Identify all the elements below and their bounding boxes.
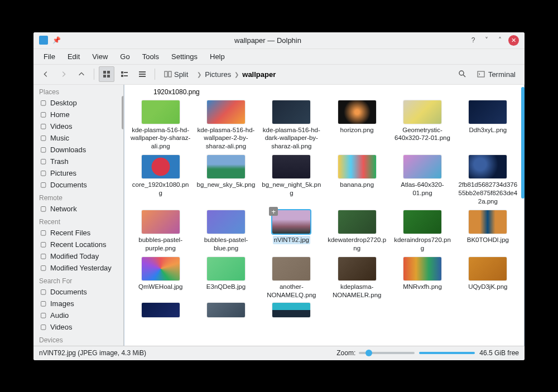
maximize-button[interactable]: ˄ [495, 35, 505, 45]
sidebar-section-header[interactable]: Places [33, 85, 123, 97]
sidebar-section-header[interactable]: Remote [33, 191, 123, 203]
sidebar-item[interactable]: ▢Desktop [33, 97, 123, 109]
zoom-slider[interactable] [359, 352, 415, 354]
chevron-right-icon: ❯ [197, 71, 201, 78]
breadcrumb-pictures[interactable]: Pictures [205, 70, 231, 79]
sidebar-item[interactable]: ▢Network [33, 203, 123, 215]
terminal-button[interactable]: Terminal [473, 68, 520, 81]
file-item[interactable]: kde-plasma-516-hd-wallpaper-2-by-sharaz-… [194, 99, 257, 152]
file-item[interactable]: kdeplasma-NONAMELR.png [325, 256, 388, 301]
sidebar-item[interactable]: ▢Modified Yesterday [33, 262, 123, 274]
file-thumbnail [207, 100, 245, 124]
sidebar-section-header[interactable]: Recent [33, 215, 123, 227]
file-item[interactable]: QmWEHoal.jpg [129, 256, 192, 301]
sidebar-item[interactable]: ▢Pictures [33, 167, 123, 179]
file-item[interactable]: bg_new_sky_5k.png [194, 154, 257, 207]
file-thumbnail[interactable] [207, 303, 245, 317]
menu-help[interactable]: Help [204, 50, 230, 63]
file-item[interactable]: horizon.png [325, 99, 388, 152]
file-item[interactable]: MNRvxfh.png [391, 256, 454, 301]
sidebar-item[interactable]: ▢931.5 GiB Hard Drive [33, 345, 123, 346]
details-view-button[interactable] [134, 66, 150, 82]
menu-go[interactable]: Go [114, 50, 135, 63]
help-button[interactable]: ? [468, 35, 478, 45]
file-grid[interactable]: 1920x1080.png kde-plasma-516-hd-wallpape… [124, 85, 524, 346]
close-button[interactable]: ✕ [508, 35, 519, 46]
sidebar-item[interactable]: ▢Audio [33, 309, 123, 321]
file-item[interactable]: bg_new_night_5k.png [260, 154, 323, 207]
selection-plus-icon[interactable]: + [269, 207, 278, 216]
file-item[interactable]: Ddh3xyL.png [456, 99, 519, 152]
file-name-label: QmWEHoal.jpg [138, 283, 182, 291]
sidebar-item[interactable]: ▢Recent Locations [33, 239, 123, 250]
file-item[interactable]: Geometrystic-640x320-72-01.png [391, 99, 454, 152]
svg-rect-5 [124, 72, 128, 73]
sidebar-item[interactable]: ▢Home [33, 109, 123, 120]
menu-edit[interactable]: Edit [62, 50, 85, 63]
up-button[interactable] [74, 66, 89, 82]
file-thumbnail [142, 100, 180, 124]
svg-line-14 [463, 75, 465, 77]
breadcrumb[interactable]: ❯ Pictures ❯ wallpaper [195, 70, 453, 79]
icons-view-button[interactable] [99, 66, 114, 82]
pin-icon[interactable]: 📌 [52, 36, 61, 44]
sidebar-item[interactable]: ▢Music [33, 132, 123, 144]
scrollbar[interactable] [521, 87, 525, 199]
split-label: Split [174, 70, 188, 79]
file-name-label: kdeplasma-NONAMELR.png [327, 283, 387, 299]
search-button[interactable] [455, 66, 470, 82]
sidebar-item-label: Pictures [50, 169, 76, 177]
file-item[interactable]: 2fb81d5682734d37655bb2e875f8263de42a.png [456, 154, 519, 207]
app-icon [39, 36, 48, 45]
breadcrumb-wallpaper[interactable]: wallpaper [242, 70, 276, 79]
file-item[interactable]: UQyD3jK.png [456, 256, 519, 301]
file-thumbnail[interactable] [142, 303, 180, 317]
file-thumbnail[interactable] [272, 303, 310, 317]
file-name-label: another-NONAMELQ.png [261, 283, 321, 299]
file-item[interactable]: another-NONAMELQ.png [260, 256, 323, 301]
file-item[interactable]: bubbles-pastel-purple.png [129, 209, 192, 254]
sidebar-item-label: Network [50, 205, 77, 213]
file-item[interactable]: Atlas-640x320-01.png [391, 154, 454, 207]
sidebar-item[interactable]: ▢Modified Today [33, 250, 123, 262]
menu-view[interactable]: View [86, 50, 113, 63]
file-item[interactable]: bubbles-pastel-blue.png [194, 209, 257, 254]
file-item[interactable]: kde-plasma-516-hd-wallpaper-by-sharaz-al… [129, 99, 192, 152]
file-item[interactable]: core_1920x1080.png [129, 154, 192, 207]
file-item[interactable]: kderaindrops720.png [391, 209, 454, 254]
sidebar-section-header[interactable]: Search For [33, 274, 123, 286]
documents-icon: ▢ [39, 181, 47, 188]
sidebar-item[interactable]: ▢Documents [33, 179, 123, 191]
menu-file[interactable]: File [38, 50, 61, 63]
menu-settings[interactable]: Settings [166, 50, 203, 63]
sidebar-item[interactable]: ▢Videos [33, 120, 123, 132]
sidebar-section-header[interactable]: Devices [33, 333, 123, 345]
downloads-icon: ▢ [39, 146, 47, 153]
file-item[interactable]: banana.png [325, 154, 388, 207]
file-item[interactable]: E3nQDeB.jpg [194, 256, 257, 301]
partial-file-label: 1920x1080.png [129, 87, 519, 99]
file-thumbnail [469, 155, 507, 178]
sidebar-item[interactable]: ▢Documents [33, 286, 123, 298]
sidebar-item[interactable]: ▢Downloads [33, 144, 123, 156]
file-item[interactable]: BK0TOHDl.jpg [456, 209, 519, 254]
split-button[interactable]: Split [160, 68, 193, 81]
file-item[interactable]: kdewaterdrop2720.png [325, 209, 388, 254]
sidebar-item[interactable]: ▢Images [33, 298, 123, 309]
file-name-label: bubbles-pastel-purple.png [131, 236, 191, 253]
clock-icon: ▢ [39, 252, 47, 260]
sidebar-item[interactable]: ▢Recent Files [33, 227, 123, 239]
file-name-label: E3nQDeB.jpg [206, 283, 246, 291]
file-thumbnail [403, 100, 441, 124]
file-item[interactable]: kde-plasma-516-hd-dark-wallpaper-by-shar… [260, 99, 323, 152]
file-thumbnail [469, 257, 507, 280]
menu-tools[interactable]: Tools [137, 50, 165, 63]
back-button[interactable] [38, 66, 54, 82]
sidebar-item[interactable]: ▢Videos [33, 321, 123, 333]
compact-view-button[interactable] [117, 66, 132, 82]
minimize-button[interactable]: ˅ [482, 35, 492, 45]
sidebar-item[interactable]: ▢Trash [33, 156, 123, 167]
forward-button[interactable] [56, 66, 71, 82]
file-item[interactable]: +nVlNT92.jpg [260, 209, 323, 254]
sidebar-item-label: Home [50, 110, 70, 119]
